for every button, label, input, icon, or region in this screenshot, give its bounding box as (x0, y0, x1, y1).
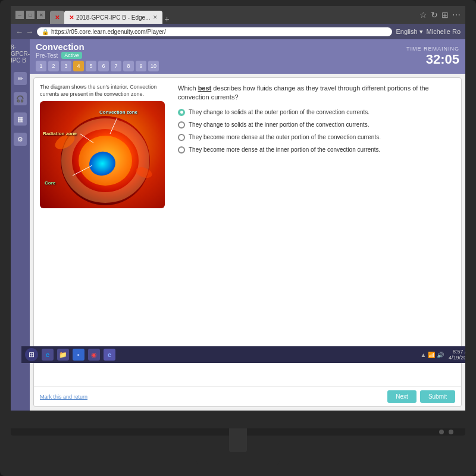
taskbar-edge-active[interactable]: e (104, 349, 115, 361)
active-badge: Active (61, 52, 82, 59)
headphones-icon[interactable]: 🎧 (14, 92, 27, 105)
back-icon[interactable]: ← (15, 27, 23, 36)
tab-close-icon[interactable]: ✕ (153, 14, 158, 20)
q-num-1[interactable]: 1 (36, 61, 46, 71)
address-input[interactable]: 🔒 https://r05.core.learn.edgenuity.com/P… (37, 27, 392, 36)
answer-option-c[interactable]: They become more dense at the outer port… (178, 133, 455, 141)
header-left: Convection Pre-Test Active 1 2 3 4 5 6 (36, 42, 159, 71)
address-bar-row: ← → 🔒 https://r05.core.learn.edgenuity.c… (11, 24, 465, 39)
monitor: ─ □ ✕ ✕ ✕ 2018-GPCR-IPC B - Edge... ✕ + … (0, 0, 476, 476)
tab-bar: ✕ ✕ 2018-GPCR-IPC B - Edge... ✕ + (50, 6, 419, 24)
taskbar-clock: 8:57 AM 4/19/2018 (449, 349, 465, 361)
taskbar: ⊞ e 📁 ▪ ◉ e ▲ 📶 🔊 8:57 AM 4/19/2018 (21, 346, 465, 363)
sun-diagram: Convection zone Radiation zone Core (40, 101, 165, 208)
time-remaining-label: TIME REMAINING (406, 46, 459, 52)
radiation-zone-label: Radiation zone (43, 131, 77, 136)
pre-test-label: Pre-Test (36, 52, 58, 59)
submit-button[interactable]: Submit (420, 390, 455, 403)
taskbar-folder-icon[interactable]: 📁 (57, 349, 69, 361)
next-button[interactable]: Next (387, 390, 416, 403)
q-num-3[interactable]: 3 (61, 61, 71, 71)
taskbar-ie-icon[interactable]: e (42, 349, 54, 361)
taskbar-right: ▲ 📶 🔊 8:57 AM 4/19/2018 (420, 349, 465, 361)
tab-x: ✕ (50, 11, 64, 24)
close-button[interactable]: ✕ (37, 11, 45, 19)
more-icon[interactable]: ⋯ (452, 10, 461, 20)
maximize-button[interactable]: □ (26, 11, 35, 19)
minimize-button[interactable]: ─ (15, 11, 24, 19)
course-id-label: 8-GPCR-IPC B (11, 43, 31, 65)
monitor-power-button[interactable] (439, 430, 444, 434)
secure-lock-icon: 🔒 (42, 29, 49, 35)
monitor-stand (196, 428, 280, 476)
image-caption: The diagram shows the sun's interior. Co… (40, 84, 171, 98)
taskbar-tray-icons: ▲ 📶 🔊 (420, 352, 443, 358)
new-tab-button[interactable]: + (165, 14, 170, 24)
question-body: The diagram shows the sun's interior. Co… (34, 78, 461, 386)
browser-toolbar-right: ☆ ↻ ⊞ ⋯ (419, 10, 461, 20)
q-num-6[interactable]: 6 (98, 61, 109, 71)
taskbar-chrome-icon[interactable]: ◉ (88, 349, 100, 361)
answer-text-a: They change to solids at the outer porti… (189, 108, 369, 116)
url-display: https://r05.core.learn.edgenuity.com/Pla… (51, 29, 166, 35)
answer-text-c: They become more dense at the outer port… (189, 133, 381, 141)
forward-icon[interactable]: → (26, 27, 33, 36)
mark-review-link[interactable]: Mark this and return (40, 394, 87, 400)
timer-section: TIME REMAINING 32:05 (406, 46, 459, 67)
question-numbers: 1 2 3 4 5 6 7 8 9 10 (36, 61, 159, 71)
question-footer: Mark this and return Next Submit (34, 386, 461, 406)
q-num-9[interactable]: 9 (136, 61, 146, 71)
q-num-8[interactable]: 8 (123, 61, 134, 71)
stand-neck (229, 428, 247, 452)
answer-options: They change to solids at the outer porti… (178, 108, 455, 154)
q-num-5[interactable]: 5 (86, 61, 96, 71)
radio-b[interactable] (178, 121, 185, 129)
refresh-icon[interactable]: ↻ (431, 10, 438, 20)
pre-test-row: Pre-Test Active (36, 52, 159, 59)
q-num-2[interactable]: 2 (48, 61, 59, 71)
language-selector[interactable]: English ▾ (396, 28, 422, 36)
answer-text-d: They become more dense at the inner port… (189, 146, 380, 154)
nav-buttons: ← → (15, 27, 33, 36)
nav-buttons-footer: Next Submit (387, 390, 455, 403)
extensions-icon[interactable]: ⊞ (441, 10, 449, 20)
taskbar-date-display: 4/19/2018 (449, 355, 465, 361)
radio-inner-a (180, 111, 183, 114)
sun-svg (40, 101, 165, 208)
q-num-7[interactable]: 7 (111, 61, 121, 71)
header-bar: Convection Pre-Test Active 1 2 3 4 5 6 (30, 39, 465, 74)
window-controls: ─ □ ✕ (15, 11, 45, 19)
pencil-icon[interactable]: ✏ (14, 72, 27, 85)
question-side: Which best describes how fluids change a… (178, 84, 455, 380)
windows-icon: ⊞ (29, 350, 35, 359)
radio-c[interactable] (178, 134, 185, 141)
language-label: English (396, 28, 417, 35)
browser-chrome: ─ □ ✕ ✕ ✕ 2018-GPCR-IPC B - Edge... ✕ + … (11, 6, 465, 24)
core-label: Core (45, 180, 55, 186)
tab-title: 2018-GPCR-IPC B - Edge... (76, 14, 151, 21)
q-num-10[interactable]: 10 (148, 61, 159, 71)
page-title: Convection (36, 42, 159, 52)
answer-text-b: They change to solids at the inner porti… (189, 121, 369, 129)
answer-option-a[interactable]: They change to solids at the outer porti… (178, 108, 455, 116)
user-name: Michelle Ro (427, 28, 461, 35)
grid-icon[interactable]: ▦ (14, 112, 27, 126)
convection-zone-label: Convection zone (99, 109, 137, 115)
settings-icon[interactable]: ⚙ (14, 133, 27, 146)
answer-option-b[interactable]: They change to solids at the inner porti… (178, 121, 455, 129)
active-tab[interactable]: ✕ 2018-GPCR-IPC B - Edge... ✕ (64, 11, 162, 24)
bold-word: best (198, 84, 212, 92)
taskbar-time-display: 8:57 AM (449, 349, 465, 355)
start-button[interactable]: ⊞ (25, 348, 38, 361)
taskbar-app3-icon[interactable]: ▪ (73, 349, 84, 361)
q-num-4[interactable]: 4 (73, 61, 84, 71)
monitor-menu-button[interactable] (449, 430, 453, 434)
radio-a[interactable] (178, 109, 185, 116)
time-remaining-value: 32:05 (406, 52, 459, 67)
image-side: The diagram shows the sun's interior. Co… (40, 84, 171, 380)
chevron-down-icon: ▾ (419, 28, 423, 36)
radio-d[interactable] (178, 146, 185, 154)
star-icon[interactable]: ☆ (419, 10, 427, 20)
answer-option-d[interactable]: They become more dense at the inner port… (178, 146, 455, 154)
screen: ─ □ ✕ ✕ ✕ 2018-GPCR-IPC B - Edge... ✕ + … (11, 6, 465, 411)
